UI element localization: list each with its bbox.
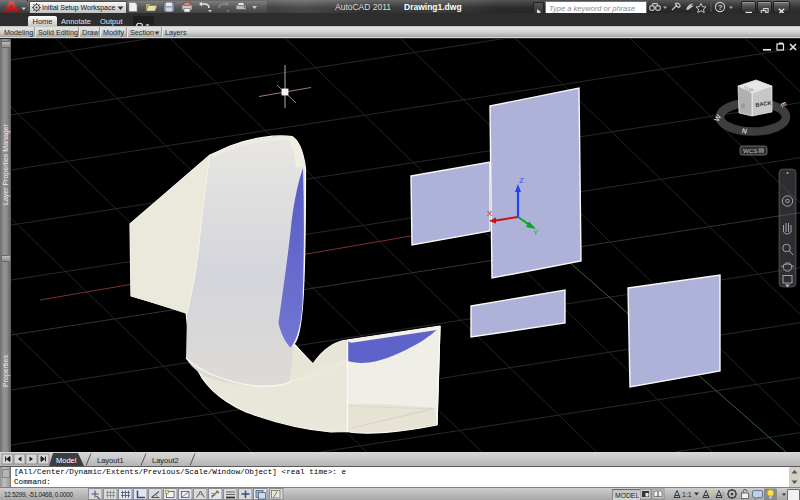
svg-text:WCS: WCS	[743, 147, 757, 154]
svg-text:Layout2: Layout2	[152, 456, 179, 465]
svg-text:Layout1: Layout1	[97, 456, 124, 465]
svg-text:1:1: 1:1	[682, 491, 692, 498]
svg-text:Model: Model	[56, 456, 77, 465]
svg-text:X: X	[487, 209, 493, 218]
svg-text:Z: Z	[519, 176, 524, 185]
svg-text:Y: Y	[533, 228, 539, 237]
svg-text:?: ?	[718, 3, 723, 12]
